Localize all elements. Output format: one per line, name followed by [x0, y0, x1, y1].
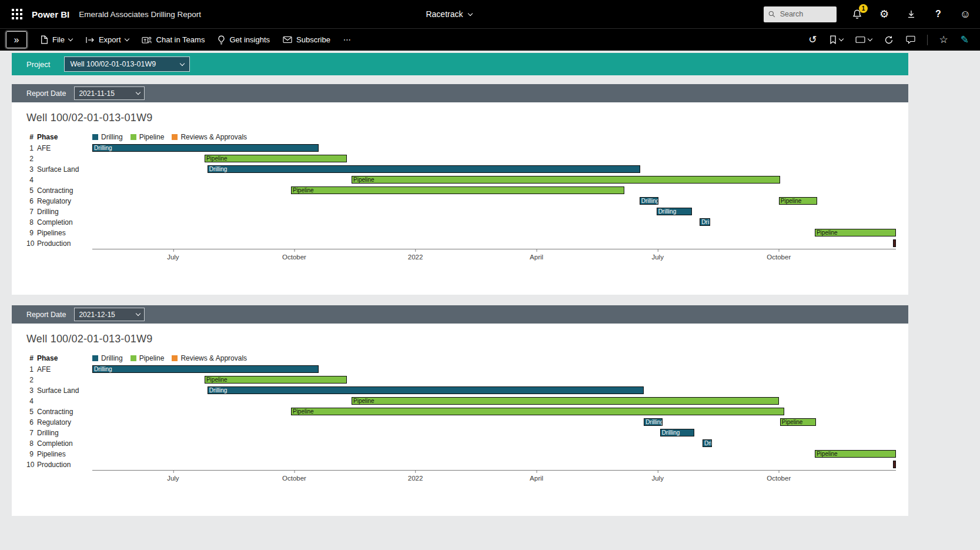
project-dropdown[interactable]: Well 100/02-01-013-01W9	[64, 56, 190, 72]
notification-badge: 1	[859, 4, 868, 13]
gantt-bar-production[interactable]	[893, 239, 896, 247]
menu-more-options[interactable]: ⋯	[337, 29, 357, 51]
project-label: Project	[26, 60, 50, 69]
more-icon: ⋯	[343, 35, 351, 44]
report-menubar: » File Export Chat in Teams Get insights	[0, 28, 980, 51]
search-input[interactable]	[779, 9, 832, 19]
phase-row: 4	[26, 175, 92, 185]
gantt-bar-pipeline[interactable]: Pipeline	[352, 176, 780, 184]
chevron-down-icon	[180, 61, 185, 65]
gantt-bar-drilling[interactable]: Drilling	[92, 365, 319, 373]
gantt-bar-drilling[interactable]: Drilling	[208, 386, 644, 394]
phase-number: 1	[26, 365, 34, 374]
axis-tick: October	[282, 254, 306, 261]
reset-button[interactable]: ↺	[804, 32, 821, 48]
notifications-button[interactable]: 1	[851, 8, 864, 21]
panel-header: Report Date 2021-12-15	[12, 305, 908, 324]
phase-label: Contracting	[37, 186, 73, 195]
bookmarks-button[interactable]	[825, 32, 847, 48]
phase-number: 3	[26, 165, 34, 174]
gantt-bar-pipeline[interactable]: Pipeline	[815, 450, 896, 458]
column-header-num: #	[26, 354, 34, 362]
phase-label: Completion	[37, 218, 73, 226]
gantt-bar-pipeline[interactable]: Pipeline	[779, 197, 817, 205]
legend-label: Drilling	[101, 133, 123, 141]
gantt-bar-pipeline[interactable]: Pipeline	[291, 186, 624, 194]
export-icon	[85, 36, 95, 44]
download-button[interactable]	[905, 8, 918, 21]
axis-tick: October	[767, 475, 791, 482]
app-launcher-icon[interactable]	[8, 5, 26, 23]
expand-pane-button[interactable]: »	[6, 31, 27, 48]
help-button[interactable]: ?	[932, 8, 945, 21]
phase-rows: 1AFE23Surface Land45Contracting6Regulato…	[26, 143, 92, 249]
gantt-bar-drilling[interactable]: Drilling	[660, 429, 694, 436]
legend-item-reviews: Reviews & Approvals	[172, 133, 247, 141]
gantt-phase-column: # Phase 1AFE23Surface Land45Contracting6…	[26, 131, 92, 264]
axis-tick: July	[167, 254, 179, 261]
gantt-bar-pipeline[interactable]: Pipeline	[205, 155, 347, 162]
legend-label: Reviews & Approvals	[180, 354, 247, 362]
search-box[interactable]	[764, 6, 837, 22]
gantt-bar-drilling[interactable]: Drill	[700, 218, 710, 226]
favorite-button[interactable]: ☆	[935, 32, 952, 48]
gantt-bar-drilling[interactable]: Drilling	[92, 144, 319, 152]
menu-chat-label: Chat in Teams	[156, 35, 205, 44]
menu-insights-label: Get insights	[229, 35, 270, 44]
gantt-bar-drilling[interactable]: Drilling	[644, 418, 663, 426]
legend-swatch	[131, 355, 136, 361]
phase-row: 1AFE	[26, 364, 92, 375]
phase-number: 4	[26, 397, 34, 405]
panel-body: Well 100/02-01-013-01W9 # Phase 1AFE23Su…	[12, 324, 908, 516]
phase-label: Pipelines	[37, 229, 66, 237]
phase-label: Production	[37, 239, 71, 248]
gantt-bar-drilling[interactable]: Drill	[703, 439, 712, 447]
workspace-selector[interactable]: Racetrack	[426, 9, 471, 19]
report-date-dropdown[interactable]: 2021-11-15	[74, 86, 145, 100]
panel-header: Report Date 2021-11-15	[12, 84, 908, 102]
settings-button[interactable]: ⚙	[878, 8, 891, 21]
gantt-axis: JulyOctober2022AprilJulyOctober	[92, 249, 896, 264]
menu-chat-in-teams[interactable]: Chat in Teams	[135, 29, 212, 51]
chevron-down-icon	[68, 36, 73, 41]
menu-export[interactable]: Export	[79, 29, 135, 51]
report-panel: Report Date 2021-11-15 Well 100/02-01-01…	[12, 84, 908, 295]
refresh-button[interactable]	[880, 32, 898, 48]
phase-number: 8	[26, 218, 34, 226]
phase-row: 8Completion	[26, 217, 92, 228]
gantt-bar-production[interactable]	[893, 461, 896, 468]
comments-button[interactable]	[902, 32, 919, 48]
report-date-value: 2021-11-15	[79, 89, 115, 98]
menu-file[interactable]: File	[34, 29, 79, 51]
smiley-icon: ☺	[960, 9, 971, 19]
phase-label: Pipelines	[37, 450, 66, 458]
phase-row: 6Regulatory	[26, 417, 92, 428]
gantt-bar-pipeline[interactable]: Pipeline	[291, 408, 784, 415]
phase-number: 5	[26, 186, 34, 195]
edit-button[interactable]: ✎	[956, 32, 973, 48]
gantt-axis: JulyOctober2022AprilJulyOctober	[92, 470, 896, 485]
phase-number: 2	[26, 376, 34, 384]
gantt-bar-pipeline[interactable]: Pipeline	[205, 376, 347, 384]
gantt-bar-drilling[interactable]: Drilling	[640, 197, 658, 205]
phase-label: Surface Land	[37, 165, 79, 174]
gantt-bar-pipeline[interactable]: Pipeline	[815, 229, 896, 236]
gantt-bar-pipeline[interactable]: Pipeline	[352, 397, 779, 405]
feedback-button[interactable]: ☺	[959, 8, 972, 21]
axis-tick: October	[767, 254, 791, 261]
legend-item-pipeline: Pipeline	[131, 354, 165, 362]
gantt-plot: DrillingPipelineDrillingPipelinePipeline…	[92, 364, 896, 470]
column-header-phase: Phase	[37, 133, 58, 141]
view-button[interactable]	[851, 32, 876, 48]
menu-get-insights[interactable]: Get insights	[211, 29, 276, 51]
envelope-icon	[283, 36, 292, 44]
report-date-dropdown[interactable]: 2021-12-15	[74, 308, 145, 321]
axis-tick: April	[530, 475, 543, 482]
menu-subscribe[interactable]: Subscribe	[276, 29, 337, 51]
gantt-bar-drilling[interactable]: Drilling	[657, 208, 692, 215]
gantt-bar-pipeline[interactable]: Pipeline	[780, 418, 816, 426]
teams-icon	[142, 35, 152, 45]
phase-row: 10Production	[26, 238, 92, 249]
gantt-bar-drilling[interactable]: Drilling	[208, 165, 640, 173]
panel-body: Well 100/02-01-013-01W9 # Phase 1AFE23Su…	[12, 102, 908, 295]
